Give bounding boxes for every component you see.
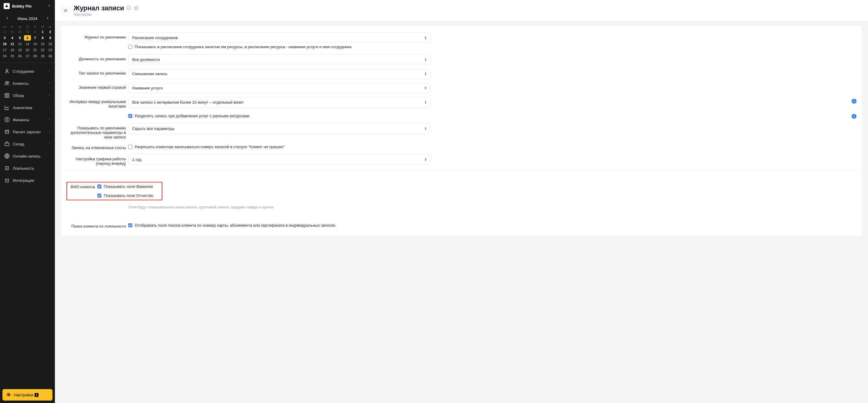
calendar-day[interactable]: 2: [47, 29, 54, 35]
calendar-day[interactable]: 22: [39, 47, 46, 53]
nav-item-5[interactable]: Расчет зарплат: [0, 126, 55, 138]
brand-logo: [4, 3, 10, 9]
calendar-day[interactable]: 23: [47, 47, 54, 53]
calendar-day[interactable]: 14: [32, 41, 38, 47]
nav-item-7[interactable]: Онлайн-запись: [0, 150, 55, 162]
settings-button[interactable]: Настройки 1: [2, 389, 53, 401]
calendar-day[interactable]: 21: [32, 47, 38, 53]
checkbox-patronymic[interactable]: [97, 194, 101, 198]
chevron-down-icon: [47, 81, 51, 86]
nav-label: Онлайн-запись: [13, 154, 51, 159]
calendar-day[interactable]: 15: [39, 41, 46, 47]
nav-icon: [4, 93, 10, 98]
chevron-down-icon: [47, 4, 51, 9]
nav-item-0[interactable]: Сотрудники: [0, 65, 55, 77]
calendar-day[interactable]: 13: [24, 41, 31, 47]
checkbox-cancelled[interactable]: [128, 145, 132, 149]
calendar-day[interactable]: 9: [47, 35, 54, 41]
select-arrows-icon: ▲▼: [424, 36, 427, 40]
calendar-next[interactable]: [44, 16, 51, 22]
select-record-type[interactable]: Смешанная запись ▲▼: [128, 68, 430, 79]
select-arrows-icon: ▲▼: [424, 101, 427, 104]
nav-label: Финансы: [13, 117, 47, 122]
calendar-day[interactable]: 30: [24, 29, 31, 35]
calendar-day[interactable]: 6: [24, 35, 31, 41]
svg-rect-3: [5, 93, 6, 95]
calendar-day[interactable]: 28: [9, 29, 16, 35]
select-first-line[interactable]: Название услуги ▲▼: [128, 83, 430, 93]
calendar-day[interactable]: 16: [47, 41, 54, 47]
nav-icon: [4, 165, 10, 171]
settings-badge: 1: [35, 393, 39, 397]
select-interval[interactable]: Все записи с интервалом более 15 минут –…: [128, 97, 430, 108]
select-extra-params[interactable]: Скрыть все параметры ▲▼: [128, 123, 430, 134]
checkbox-show-resources[interactable]: [128, 45, 132, 49]
breadcrumb: Настройки: [74, 12, 138, 17]
nav-icon: [4, 105, 10, 110]
label-loyalty: Поиск клиента по лояльности: [66, 222, 128, 229]
calendar-day[interactable]: 25: [9, 53, 16, 59]
calendar-day[interactable]: 7: [32, 35, 38, 41]
calendar-day[interactable]: 5: [17, 35, 23, 41]
info-tooltip-icon[interactable]: i: [851, 99, 857, 104]
calendar-day[interactable]: 24: [1, 53, 8, 59]
calendar-day[interactable]: 27: [1, 29, 8, 35]
calendar-prev[interactable]: [4, 16, 11, 22]
calendar-day[interactable]: 31: [32, 29, 38, 35]
calendar-day[interactable]: 19: [17, 47, 23, 53]
checkbox-surname[interactable]: [97, 184, 101, 189]
checkbox-label: Показывать поле Фамилия: [104, 184, 153, 189]
select-position-default[interactable]: Все должности ▲▼: [128, 54, 430, 65]
checkbox-loyalty-search[interactable]: [128, 223, 132, 227]
calendar-day[interactable]: 28: [32, 53, 38, 59]
calendar-day[interactable]: 4: [9, 35, 16, 41]
chevron-down-icon: [47, 69, 51, 74]
settings-form: Журнал по умолчанию Расписание сотрудник…: [61, 26, 862, 236]
select-arrows-icon: ▲▼: [424, 58, 427, 62]
nav-icon: [4, 129, 10, 135]
fio-helper-text: Поля будут показываться в окнах визита, …: [128, 204, 430, 211]
checkbox-label: Разрешить клиентам записываться поверх з…: [135, 144, 284, 149]
info-tooltip-icon[interactable]: i: [851, 114, 857, 119]
calendar-day[interactable]: 12: [17, 41, 23, 47]
menu-toggle[interactable]: [61, 6, 70, 15]
calendar-day[interactable]: 27: [24, 53, 31, 59]
calendar-day[interactable]: 17: [1, 47, 8, 53]
info-icon[interactable]: [126, 5, 131, 11]
label-cancelled: Запись на отмененные слоты: [66, 143, 128, 150]
calendar-day[interactable]: 26: [17, 53, 23, 59]
select-journal-default[interactable]: Расписание сотрудников ▲▼: [128, 32, 430, 43]
nav-item-2[interactable]: Обзор: [0, 90, 55, 102]
select-schedule[interactable]: 1 год ▲▼: [128, 154, 430, 165]
nav-icon: [4, 117, 10, 123]
nav-item-9[interactable]: Интеграции: [0, 174, 55, 187]
chevron-down-icon: [47, 105, 51, 110]
calendar-day[interactable]: 20: [24, 47, 31, 53]
calendar-day[interactable]: 11: [9, 41, 16, 47]
calendar-day[interactable]: 18: [9, 47, 16, 53]
calendar-day[interactable]: 29: [39, 53, 46, 59]
calendar-day[interactable]: 1: [39, 29, 46, 35]
checkbox-split-record[interactable]: [128, 114, 132, 118]
calendar-dow: вт: [9, 25, 16, 29]
nav-label: Интеграции: [13, 178, 51, 183]
nav-label: Клиенты: [13, 81, 47, 86]
brand-selector[interactable]: Bobby Pin: [0, 0, 55, 12]
nav-item-6[interactable]: Склад: [0, 138, 55, 150]
nav-icon: [4, 141, 10, 147]
calendar-dow: сб: [39, 25, 46, 29]
calendar-day[interactable]: 30: [47, 53, 54, 59]
nav-item-3[interactable]: Аналитика: [0, 102, 55, 114]
calendar-day[interactable]: 8: [39, 35, 46, 41]
nav-item-8[interactable]: Лояльность: [0, 162, 55, 174]
calendar-dow: чт: [24, 25, 31, 29]
label-extra-params: Показывать по умолчанию дополнительные п…: [66, 123, 128, 139]
nav-item-1[interactable]: Клиенты: [0, 77, 55, 90]
sidebar: Bobby Pin Июнь 2024 пнвтсрчтптсбвс 27282…: [0, 0, 55, 403]
nav-item-4[interactable]: Финансы: [0, 114, 55, 126]
gear-icon: [6, 392, 11, 398]
star-icon[interactable]: [134, 5, 138, 11]
calendar-day[interactable]: 3: [1, 35, 8, 41]
calendar-day[interactable]: 29: [17, 29, 23, 35]
calendar-day[interactable]: 10: [1, 41, 8, 47]
